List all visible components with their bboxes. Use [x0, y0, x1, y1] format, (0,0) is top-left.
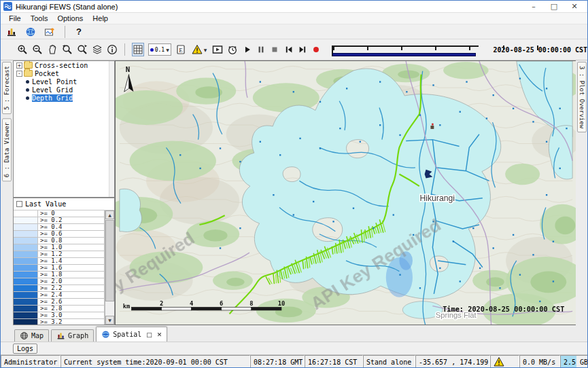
side-tab-plot-overview[interactable]: 3 : Plot Overview	[577, 62, 587, 132]
tree-node-label[interactable]: Pocket	[35, 70, 59, 77]
tab-map[interactable]: Map	[14, 329, 49, 342]
tree-node-label[interactable]: Depth Grid	[32, 94, 73, 102]
grid-icon[interactable]	[132, 43, 144, 56]
undock-icon[interactable]: □	[146, 331, 152, 338]
tree-node-level-point[interactable]: Level Point	[14, 77, 114, 86]
tree-node-depth-grid[interactable]: Depth Grid	[14, 94, 114, 102]
pause-icon[interactable]	[256, 43, 266, 56]
status-cell-5: -35.657 , 174.199	[415, 355, 490, 368]
tree-node-label[interactable]: Level Point	[32, 78, 77, 86]
legend-swatch	[14, 306, 38, 312]
timeline-tick	[469, 45, 470, 50]
timeline-tick	[537, 45, 538, 50]
legend-label: >= 2.6	[38, 299, 104, 305]
animation-icon[interactable]	[212, 43, 223, 56]
status-text: 2.5 GB	[564, 358, 588, 366]
filter-tree[interactable]: +Cross-section-PocketLevel PointLevel Gr…	[13, 60, 115, 198]
step-back-icon[interactable]	[283, 43, 293, 56]
chevron-down-icon: ▼	[204, 48, 207, 52]
tree-scrollbar[interactable]	[109, 61, 114, 197]
timeline-range-bar[interactable]	[332, 53, 475, 56]
close-button[interactable]: ✕	[564, 1, 585, 12]
scroll-up-icon[interactable]: ▲	[105, 210, 114, 219]
tree-node-label[interactable]: Cross-section	[35, 62, 88, 69]
status-cell-1: Current system time:2020-09-01 00:00 CST	[60, 355, 250, 368]
tab-graph[interactable]: Graph	[51, 329, 94, 342]
close-tab-icon[interactable]: ✕	[157, 331, 162, 338]
maximize-button[interactable]: □	[544, 1, 564, 12]
map-display-icon[interactable]	[24, 25, 37, 39]
scroll-down-icon[interactable]: ▼	[105, 316, 114, 325]
svg-text:E: E	[179, 47, 183, 54]
tab-label: Map	[31, 332, 44, 339]
legend-swatch	[14, 278, 38, 284]
zoom-out-icon[interactable]	[32, 43, 43, 56]
status-text: Current system time:2020-09-01 00:00 CST	[64, 358, 228, 366]
tree-node-label[interactable]: Level Grid	[32, 86, 73, 94]
legend-scrollbar[interactable]: ▲ ▼	[105, 210, 114, 325]
timeline-slider[interactable]	[329, 41, 485, 58]
status-cell-4: Stand alone	[363, 355, 415, 368]
play-icon[interactable]	[242, 43, 252, 56]
bottom-tab-bar: MapGraphSpatial□✕	[1, 325, 587, 342]
window-title: Hikurangi FEWS (Stand alone)	[16, 3, 118, 11]
timer-icon[interactable]	[227, 43, 238, 56]
map-canvas[interactable]: API Key Required API Key Required N km 2…	[115, 60, 577, 325]
side-tab-data-viewer[interactable]: 6 : Data Viewer	[2, 118, 12, 181]
zoom-previous-icon[interactable]	[62, 43, 73, 56]
menu-tools[interactable]: Tools	[27, 14, 52, 23]
help-icon[interactable]: ?	[73, 25, 84, 39]
info-icon[interactable]	[107, 43, 118, 56]
step-forward-icon[interactable]	[298, 43, 307, 56]
legend-label: >= 3.0	[38, 312, 104, 318]
menu-file[interactable]: File	[5, 14, 25, 23]
node-bullet-icon	[26, 96, 29, 100]
layers-icon[interactable]	[92, 43, 103, 56]
legend-swatch	[14, 224, 38, 230]
tab-spatial[interactable]: Spatial□✕	[96, 327, 167, 342]
collapse-icon[interactable]: -	[16, 71, 22, 77]
warning-dropdown[interactable]: ▼	[190, 43, 209, 56]
tree-node-pocket[interactable]: -Pocket	[14, 69, 114, 77]
current-time-label: 2020-08-25 00:00:00 CST	[494, 46, 587, 54]
scroll-thumb[interactable]	[105, 220, 114, 301]
side-tab-forecast[interactable]: 5 : Forecast	[2, 62, 12, 114]
last-value-checkbox[interactable]	[16, 201, 22, 207]
tree-node-level-grid[interactable]: Level Grid	[14, 86, 114, 94]
legend-label: >= 1.2	[38, 251, 104, 257]
legend-swatch	[14, 285, 38, 291]
stop-icon[interactable]	[270, 43, 279, 56]
menu-options[interactable]: Options	[53, 14, 87, 23]
legend-swatch	[14, 319, 38, 325]
legend-label: >= 1.6	[38, 265, 104, 271]
status-bar: AdministratorCurrent system time:2020-09…	[1, 355, 587, 368]
chevron-down-icon: ▼	[166, 48, 169, 52]
svg-text:8: 8	[249, 300, 253, 307]
tab-label: Graph	[68, 332, 88, 339]
status-text: 08:27:18 GMT	[254, 358, 302, 366]
explorer-icon[interactable]	[5, 25, 18, 39]
legend-label: >= 0.6	[38, 231, 104, 237]
record-icon[interactable]	[311, 43, 321, 56]
minimize-button[interactable]: –	[523, 1, 544, 12]
timeseries-chart-icon[interactable]	[43, 25, 56, 39]
label-tool-icon[interactable]: E	[175, 43, 186, 56]
map-toolbar: 0.1▼E▼2020-08-25 00:00:00 CST	[1, 39, 587, 60]
legend-swatch	[14, 244, 38, 251]
status-cell-7: 0.0 MB/s	[519, 355, 560, 368]
toolbar-separator	[65, 26, 65, 38]
pan-hand-icon[interactable]	[47, 43, 58, 56]
legend-swatch	[14, 258, 38, 264]
timeline-tick	[401, 45, 402, 50]
timeline-tick	[333, 45, 334, 50]
logs-button[interactable]: Logs	[13, 344, 37, 354]
svg-text:6: 6	[220, 300, 223, 307]
menu-help[interactable]: Help	[88, 14, 112, 23]
zoom-in-icon[interactable]	[17, 43, 28, 56]
map-time-label: Time: 2020-08-25 00:00:00 CST	[443, 305, 564, 313]
point-size-dropdown[interactable]: 0.1▼	[148, 43, 171, 56]
status-text: Stand alone	[366, 358, 411, 366]
zoom-next-icon[interactable]	[77, 43, 88, 56]
legend-label: >= 0	[38, 210, 104, 217]
expand-icon[interactable]: +	[16, 62, 22, 69]
